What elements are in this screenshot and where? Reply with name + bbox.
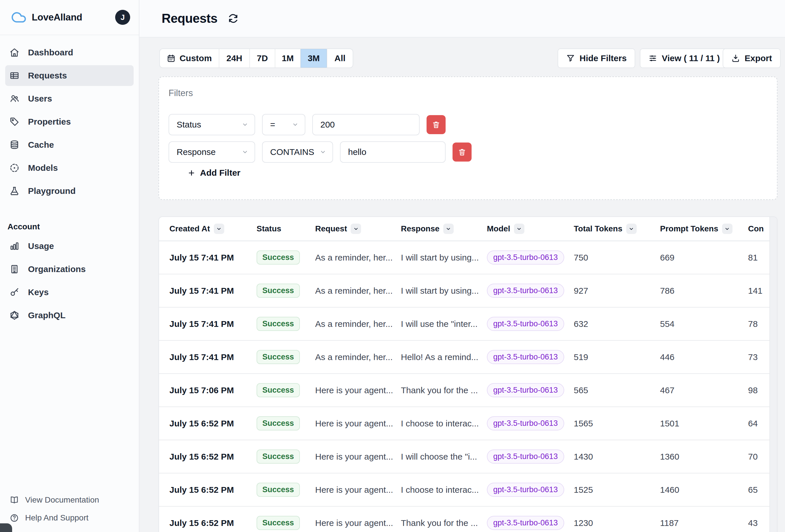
time-range-label: 24H: [226, 53, 242, 63]
sidebar-item-requests[interactable]: Requests: [5, 65, 134, 86]
time-range-1m[interactable]: 1M: [275, 49, 301, 68]
status-cell: Success: [257, 383, 315, 397]
sidebar-item-usage[interactable]: Usage: [5, 236, 134, 257]
filter-field-select[interactable]: Response: [169, 141, 255, 163]
request-cell: Here is your agent...: [315, 452, 401, 461]
refresh-icon: [228, 13, 239, 24]
time-range-24h[interactable]: 24H: [219, 49, 250, 68]
status-cell: Success: [257, 416, 315, 430]
time-range-custom[interactable]: Custom: [160, 49, 219, 68]
filter-operator-select[interactable]: =: [262, 114, 305, 135]
view-columns-button[interactable]: View ( 11 / 11 ): [640, 49, 729, 68]
chevron-down-icon: [446, 226, 451, 232]
time-range-label: 3M: [308, 53, 320, 63]
model-badge: gpt-3.5-turbo-0613: [487, 350, 564, 364]
chevron-down-icon: [516, 226, 522, 232]
hide-filters-button[interactable]: Hide Filters: [558, 49, 635, 68]
model-cell: gpt-3.5-turbo-0613: [487, 250, 574, 265]
sidebar-item-properties[interactable]: Properties: [5, 111, 134, 132]
table-row[interactable]: July 15 6:52 PM Success Here is your age…: [159, 440, 777, 474]
chevron-down-icon: [292, 122, 298, 128]
sort-button[interactable]: [626, 223, 637, 234]
table-row[interactable]: July 15 7:41 PM Success As a reminder, h…: [159, 274, 777, 308]
sidebar-item-organizations[interactable]: Organizations: [5, 259, 134, 280]
sidebar-item-users[interactable]: Users: [5, 88, 134, 109]
request-cell: Here is your agent...: [315, 518, 401, 528]
sidebar-item-graphql[interactable]: GraphQL: [5, 305, 134, 326]
table-row[interactable]: July 15 7:06 PM Success Here is your age…: [159, 374, 777, 407]
requests-table: Created At Status Request Response Model…: [158, 216, 778, 532]
request-cell: Here is your agent...: [315, 419, 401, 428]
help-and-support-link[interactable]: Help And Support: [5, 509, 134, 527]
prompt-tokens-cell: 786: [660, 286, 748, 296]
sidebar-item-label: Cache: [28, 140, 54, 150]
graphql-icon: [9, 311, 19, 320]
model-cell: gpt-3.5-turbo-0613: [487, 284, 574, 298]
sidebar-item-dashboard[interactable]: Dashboard: [5, 42, 134, 63]
filter-row: Response CONTAINS: [169, 141, 472, 163]
plus-icon: [187, 169, 195, 177]
time-range-all[interactable]: All: [327, 49, 353, 68]
response-cell: Thank you for the ...: [401, 385, 487, 395]
main-content: Requests Custom 24H 7D 1M 3M All Hide Fi…: [140, 0, 785, 532]
total-tokens-cell: 519: [574, 352, 660, 362]
refresh-button[interactable]: [228, 13, 239, 24]
response-cell: I will start by using...: [401, 286, 487, 296]
table-scrollbar[interactable]: [769, 217, 777, 532]
help-circle-icon: [10, 513, 19, 523]
filter-field-select[interactable]: Status: [169, 114, 255, 135]
avatar[interactable]: J: [115, 10, 130, 25]
time-range-7d[interactable]: 7D: [250, 49, 275, 68]
status-badge: Success: [257, 450, 300, 463]
total-tokens-cell: 1525: [574, 485, 660, 495]
export-button[interactable]: Export: [723, 49, 781, 68]
column-header-total-tokens: Total Tokens: [574, 223, 660, 234]
table-row[interactable]: July 15 7:41 PM Success As a reminder, h…: [159, 341, 777, 374]
prompt-tokens-cell: 1360: [660, 452, 748, 461]
add-filter-button[interactable]: Add Filter: [187, 168, 240, 178]
request-cell: As a reminder, her...: [315, 286, 401, 296]
sort-button[interactable]: [351, 223, 361, 234]
sort-button[interactable]: [722, 223, 732, 234]
view-documentation-link[interactable]: View Documentation: [5, 491, 134, 509]
sort-button[interactable]: [214, 223, 224, 234]
model-cell: gpt-3.5-turbo-0613: [487, 450, 574, 463]
response-cell: Thank you for the ...: [401, 518, 487, 528]
filter-value-input[interactable]: [312, 114, 420, 135]
delete-filter-button[interactable]: [427, 115, 446, 134]
cloud-logo-icon: [11, 9, 27, 25]
created-at-cell: July 15 7:41 PM: [170, 286, 257, 296]
response-cell: Hello! As a remind...: [401, 352, 487, 362]
request-cell: Here is your agent...: [315, 385, 401, 395]
prompt-tokens-cell: 446: [660, 352, 748, 362]
sort-button[interactable]: [514, 223, 524, 234]
sidebar-item-playground[interactable]: Playground: [5, 181, 134, 202]
table-row[interactable]: July 15 6:52 PM Success Here is your age…: [159, 507, 777, 532]
delete-filter-button[interactable]: [453, 142, 472, 162]
table-row[interactable]: July 15 7:41 PM Success As a reminder, h…: [159, 308, 777, 341]
add-filter-label: Add Filter: [200, 168, 240, 178]
account-nav: Usage Organizations Keys GraphQL: [5, 236, 134, 328]
sidebar-item-keys[interactable]: Keys: [5, 282, 134, 303]
chat-widget-peek[interactable]: [0, 523, 12, 532]
sidebar-item-label: GraphQL: [28, 311, 66, 320]
prompt-tokens-cell: 1460: [660, 485, 748, 495]
table-row[interactable]: July 15 6:52 PM Success Here is your age…: [159, 407, 777, 440]
sidebar-item-cache[interactable]: Cache: [5, 134, 134, 155]
select-value: CONTAINS: [270, 147, 314, 157]
table-row[interactable]: July 15 6:52 PM Success Here is your age…: [159, 474, 777, 507]
filter-row: Status =: [169, 114, 446, 135]
select-value: =: [270, 120, 275, 130]
filter-operator-select[interactable]: CONTAINS: [262, 141, 333, 163]
sidebar-item-models[interactable]: Models: [5, 158, 134, 178]
sort-button[interactable]: [443, 223, 454, 234]
footer-link-label: Help And Support: [25, 513, 88, 523]
table-row[interactable]: July 15 7:41 PM Success As a reminder, h…: [159, 241, 777, 274]
model-cell: gpt-3.5-turbo-0613: [487, 350, 574, 364]
filter-value-input[interactable]: [340, 141, 446, 163]
column-label: Prompt Tokens: [660, 224, 718, 233]
home-icon: [9, 48, 19, 57]
total-tokens-cell: 1430: [574, 452, 660, 461]
calendar-icon: [167, 54, 175, 62]
time-range-3m-selected[interactable]: 3M: [301, 49, 327, 68]
